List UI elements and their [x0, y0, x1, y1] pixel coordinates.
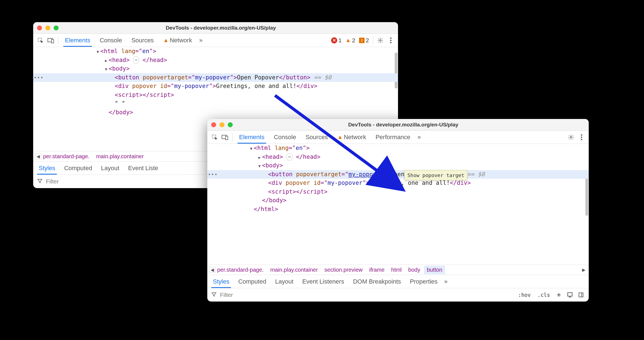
toggle-sidebar-icon[interactable] [577, 290, 585, 300]
titlebar[interactable]: DevTools - developer.mozilla.org/en-US/p… [33, 22, 398, 34]
dom-node-button-selected[interactable]: ••• <button popovertarget="my-popover">O… [33, 73, 398, 82]
inspect-element-icon[interactable] [35, 35, 45, 45]
breadcrumb-bar[interactable]: ◀ per.standard-page. main.play.container… [207, 264, 589, 275]
close-window-button[interactable] [211, 122, 216, 127]
subtab-computed[interactable]: Computed [234, 275, 271, 288]
dom-node-head[interactable]: ▶<head> ⋯ </head> [207, 153, 589, 162]
disclosure-triangle-icon[interactable]: ▼ [257, 163, 262, 169]
disclosure-triangle-icon[interactable]: ▶ [104, 58, 109, 64]
dom-node-html-close[interactable]: </html> [207, 205, 589, 214]
minimize-window-button[interactable] [219, 122, 224, 127]
svg-point-13 [581, 139, 582, 140]
subtab-event-listeners[interactable]: Event Liste [124, 162, 158, 175]
device-toolbar-icon[interactable] [46, 35, 56, 45]
kebab-menu-icon[interactable] [577, 132, 587, 142]
tab-network[interactable]: ▲ Network [333, 131, 370, 144]
breadcrumb-item[interactable]: main.play.container [268, 267, 321, 273]
tab-sources[interactable]: Sources [301, 131, 332, 144]
dom-node-html[interactable]: ▼<html lang="en"> [33, 47, 398, 56]
titlebar[interactable]: DevTools - developer.mozilla.org/en-US/p… [207, 119, 589, 131]
subtab-computed[interactable]: Computed [60, 162, 97, 175]
breadcrumb-item-selected[interactable]: button [424, 266, 445, 274]
tab-console[interactable]: Console [269, 131, 301, 144]
filter-input[interactable] [220, 292, 513, 298]
collapsed-pill[interactable]: ⋯ [287, 153, 293, 160]
separator [232, 133, 232, 141]
dom-node-button-selected[interactable]: ••• <button popovertarget="my-popover">O… [207, 170, 589, 179]
breadcrumb-item[interactable]: main.play.container [93, 153, 146, 160]
collapsed-pill[interactable]: ⋯ [133, 56, 139, 64]
dom-node-div[interactable]: <div popover id="my-popover">Greetings, … [207, 179, 589, 188]
issue-icon: ! [359, 38, 365, 43]
breadcrumb-prev-icon[interactable]: ◀ [35, 154, 41, 159]
tab-performance[interactable]: Performance [371, 131, 415, 144]
cls-toggle[interactable]: .cls [536, 292, 552, 298]
error-icon: ✕ [331, 37, 337, 43]
maximize-window-button[interactable] [54, 25, 59, 30]
more-tabs-button[interactable]: » [197, 37, 205, 44]
dom-node-html[interactable]: ▼<html lang="en"> [207, 144, 589, 153]
breadcrumb-item[interactable]: body [405, 267, 423, 273]
svg-point-10 [570, 136, 572, 138]
dom-node-text[interactable]: " " [33, 99, 398, 108]
disclosure-triangle-icon[interactable]: ▶ [257, 155, 262, 160]
subtab-event-listeners[interactable]: Event Listeners [298, 275, 349, 288]
tab-sources[interactable]: Sources [127, 34, 158, 47]
subtab-layout[interactable]: Layout [96, 162, 124, 175]
settings-icon[interactable] [375, 35, 385, 45]
dom-node-div[interactable]: <div popover id="my-popover">Greetings, … [33, 82, 398, 91]
filter-icon [211, 292, 217, 299]
tab-label: Network [344, 134, 366, 141]
close-window-button[interactable] [37, 25, 42, 30]
breadcrumb-item[interactable]: html [388, 267, 404, 273]
tab-console[interactable]: Console [95, 34, 127, 47]
dom-node-body-close[interactable]: </body> [207, 196, 589, 205]
subtab-styles[interactable]: Styles [208, 275, 234, 288]
new-style-rule-icon[interactable] [555, 290, 563, 300]
disclosure-triangle-icon[interactable]: ▼ [249, 146, 254, 152]
subtab-styles[interactable]: Styles [34, 162, 60, 175]
dom-node-body-close[interactable]: </body> [33, 108, 398, 117]
hov-toggle[interactable]: :hov [516, 292, 532, 298]
more-subtabs-button[interactable]: » [442, 278, 450, 285]
dom-node-body[interactable]: ▼<body> [33, 64, 398, 73]
tab-elements[interactable]: Elements [235, 131, 269, 144]
svg-point-6 [390, 42, 392, 43]
warning-icon: ▲ [345, 37, 351, 43]
computed-styles-icon[interactable] [566, 290, 574, 300]
more-tabs-button[interactable]: » [415, 134, 423, 141]
breadcrumb-item[interactable]: section.preview [322, 267, 365, 273]
elements-tree[interactable]: Show popover target ▼<html lang="en"> ▶<… [207, 144, 589, 264]
error-count[interactable]: ✕ 1 [329, 37, 343, 44]
warning-count[interactable]: ▲ 2 [344, 37, 357, 44]
selection-ellipsis-icon: ••• [34, 73, 44, 82]
breadcrumb-prev-icon[interactable]: ◀ [209, 267, 216, 273]
breadcrumb-item[interactable]: per.standard-page. [217, 267, 266, 273]
device-toolbar-icon[interactable] [220, 132, 230, 142]
subtab-layout[interactable]: Layout [271, 275, 298, 288]
tab-network[interactable]: ▲ Network [159, 34, 196, 47]
separator [373, 37, 373, 44]
disclosure-triangle-icon[interactable]: ▼ [95, 49, 100, 55]
subtab-dom-breakpoints[interactable]: DOM Breakpoints [349, 275, 405, 288]
dom-node-body[interactable]: ▼<body> [207, 161, 589, 170]
subtab-properties[interactable]: Properties [405, 275, 442, 288]
breadcrumb-next-icon[interactable]: ▶ [580, 267, 587, 272]
window-title: DevTools - developer.mozilla.org/en-US/p… [238, 122, 568, 128]
settings-icon[interactable] [566, 132, 576, 142]
svg-point-3 [379, 40, 381, 41]
maximize-window-button[interactable] [228, 122, 233, 127]
minimize-window-button[interactable] [45, 25, 50, 30]
kebab-menu-icon[interactable] [386, 35, 396, 45]
breadcrumb-item[interactable]: iframe [366, 267, 388, 273]
breadcrumb-item[interactable]: per.standard-page. [43, 153, 92, 160]
disclosure-triangle-icon[interactable]: ▼ [104, 66, 109, 72]
dom-node-script[interactable]: <script></script> [33, 91, 398, 100]
inspect-element-icon[interactable] [210, 132, 219, 142]
popovertarget-link[interactable]: my-popover [349, 171, 383, 178]
dom-node-script[interactable]: <script></script> [207, 188, 589, 196]
issues-count[interactable]: ! 2 [357, 37, 371, 44]
warning-icon: ▲ [163, 37, 169, 43]
dom-node-head[interactable]: ▶<head> ⋯ </head> [33, 56, 398, 65]
tab-elements[interactable]: Elements [61, 34, 95, 47]
